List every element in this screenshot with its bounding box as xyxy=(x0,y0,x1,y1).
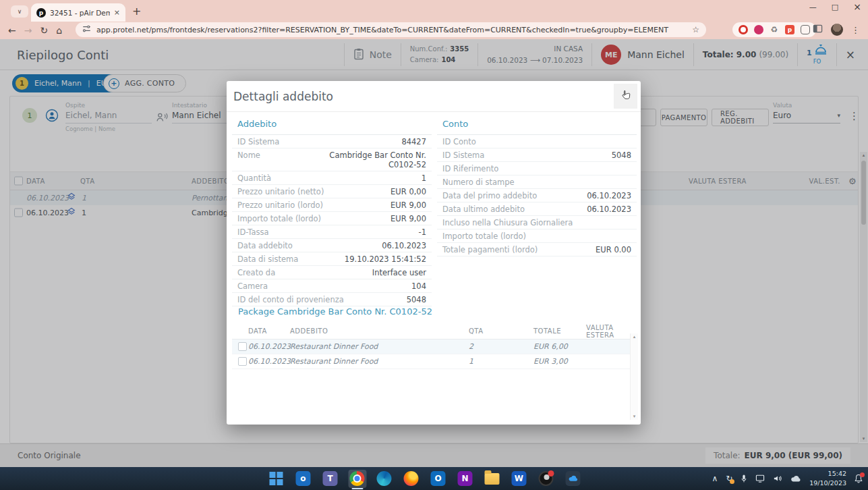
package-scrollbar[interactable]: ▴ ▾ xyxy=(630,333,638,420)
protel-extension-icon[interactable]: p xyxy=(785,25,794,34)
tab-title: 32451 - pAir Demoversion Ser xyxy=(50,9,110,17)
charge-details-modal: Dettagli addebito Addebito ID Sistema844… xyxy=(227,81,641,425)
chrome-icon[interactable] xyxy=(348,470,366,488)
tray-time: 15:42 xyxy=(828,470,846,477)
side-panel-icon[interactable] xyxy=(813,24,823,36)
url-bar[interactable]: app.protel.net/pms/frontdesk/reservation… xyxy=(76,22,706,37)
package-row[interactable]: 06.10.2023 Restaurant Dinner Food 1 EUR … xyxy=(232,354,635,369)
screen: ∨ p 32451 - pAir Demoversion Ser × + — □… xyxy=(0,0,868,490)
protel-favicon-icon: p xyxy=(36,8,46,18)
url-text[interactable]: app.protel.net/pms/frontdesk/reservation… xyxy=(96,26,687,34)
browser-tab[interactable]: p 32451 - pAir Demoversion Ser × xyxy=(31,3,125,22)
browser-profile-avatar[interactable] xyxy=(831,24,843,36)
package-title: Package Cambridge Bar Conto Nr. C0102-52 xyxy=(232,304,635,323)
obs-icon[interactable] xyxy=(537,470,555,488)
pink-circle-extension-icon[interactable] xyxy=(754,25,763,34)
bookmark-star-icon[interactable]: ☆ xyxy=(692,25,699,34)
package-section: Package Cambridge Bar Conto Nr. C0102-52… xyxy=(232,304,635,369)
reload-icon[interactable]: ↻ xyxy=(40,25,48,36)
recycle-extension-icon[interactable]: ♻ xyxy=(770,25,779,34)
notification-bell-icon[interactable] xyxy=(855,474,863,483)
extensions-pill: ♻ p xyxy=(732,22,816,37)
site-settings-icon[interactable] xyxy=(82,24,91,35)
microphone-icon[interactable] xyxy=(741,474,747,483)
tray-date: 19/10/2023 xyxy=(809,479,846,487)
scroll-up-icon: ▴ xyxy=(631,334,638,339)
tab-search-button[interactable]: ∨ xyxy=(11,5,28,18)
chrome-right-controls: ⋮ xyxy=(813,22,860,37)
window-controls: — □ × xyxy=(809,1,861,12)
account-section-title: Conto xyxy=(437,115,637,135)
speaker-icon[interactable] xyxy=(773,474,782,483)
start-button-icon[interactable] xyxy=(267,470,285,488)
window-close-icon[interactable]: × xyxy=(853,1,861,12)
row-checkbox[interactable] xyxy=(238,357,247,366)
browser-chrome: ∨ p 32451 - pAir Demoversion Ser × + — □… xyxy=(0,0,868,39)
home-icon[interactable]: ⌂ xyxy=(56,25,62,36)
package-row[interactable]: 06.10.2023 Restaurant Dinner Food 2 EUR … xyxy=(232,339,635,354)
modal-close-button[interactable] xyxy=(614,84,637,109)
weather-cloud-icon[interactable] xyxy=(790,475,801,483)
forward-icon[interactable]: → xyxy=(24,25,32,36)
display-icon[interactable] xyxy=(755,474,765,483)
modal-title: Dettagli addebito xyxy=(233,90,333,103)
outlook-icon[interactable]: O xyxy=(429,470,447,488)
firefox-icon[interactable] xyxy=(402,470,420,488)
cloud-app-icon[interactable] xyxy=(564,470,582,488)
clock[interactable]: 15:42 19/10/2023 xyxy=(809,469,846,488)
tab-close-icon[interactable]: × xyxy=(114,8,120,17)
charge-section-title: Addebito xyxy=(232,115,432,135)
outlook-calendar-icon[interactable]: o xyxy=(294,470,312,488)
collection-extension-icon[interactable] xyxy=(801,25,810,34)
edge-icon[interactable] xyxy=(375,470,393,488)
maximize-icon[interactable]: □ xyxy=(832,3,838,11)
browser-menu-icon[interactable]: ⋮ xyxy=(851,25,860,35)
minimize-icon[interactable]: — xyxy=(809,3,817,11)
teams-icon[interactable]: T xyxy=(321,470,339,488)
red-ring-extension-icon[interactable] xyxy=(739,25,748,34)
sync-icon[interactable]: ↻ xyxy=(726,474,732,483)
word-icon[interactable]: W xyxy=(510,470,528,488)
account-section: Conto ID Conto ID Sistema5048 ID Riferim… xyxy=(437,115,637,256)
row-checkbox[interactable] xyxy=(238,342,247,351)
scroll-down-icon: ▾ xyxy=(631,414,638,419)
file-explorer-icon[interactable] xyxy=(483,470,501,488)
hand-cursor-icon xyxy=(620,89,632,104)
windows-taskbar: o T O N W ∧ ↻ 15:42 19/10/2023 xyxy=(0,467,868,490)
package-table-header: DATA ADDEBITO QTA TOTALE VALUTA ESTERA xyxy=(232,323,635,339)
onenote-icon[interactable]: N xyxy=(456,470,474,488)
charge-section: Addebito ID Sistema84427 NomeCambridge B… xyxy=(232,115,432,306)
back-icon[interactable]: ← xyxy=(8,25,16,36)
tray-chevron-up-icon[interactable]: ∧ xyxy=(712,474,718,483)
new-tab-button[interactable]: + xyxy=(132,5,141,18)
